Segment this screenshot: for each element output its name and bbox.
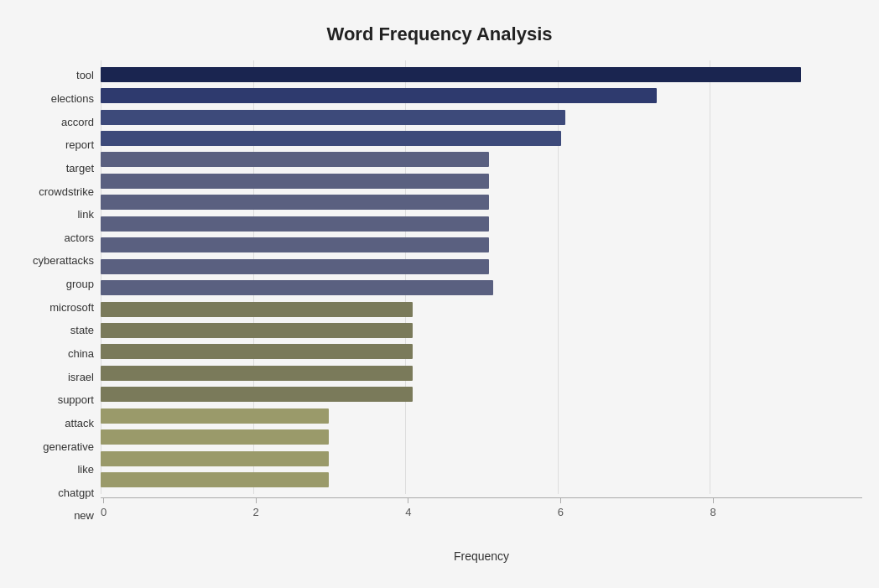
x-tick-label: 0	[101, 506, 107, 518]
y-label: cyberattacks	[33, 255, 94, 266]
x-tick-label: 8	[710, 506, 715, 518]
y-label: chatgpt	[58, 487, 94, 498]
bar-row	[101, 450, 862, 468]
bar-row	[101, 364, 862, 382]
chart-title: Word Frequency Analysis	[17, 17, 862, 45]
y-label: state	[70, 325, 94, 336]
bar-row	[101, 278, 862, 297]
bar-row	[101, 129, 862, 148]
bar-row	[101, 236, 862, 254]
bar-row	[101, 86, 862, 105]
x-tick-label: 6	[558, 506, 564, 518]
x-tick: 8	[710, 498, 715, 518]
y-label: actors	[65, 232, 94, 243]
y-label: report	[65, 139, 94, 150]
bar-row	[101, 407, 862, 425]
y-label: tool	[76, 70, 94, 81]
bar	[101, 237, 489, 252]
bar-row	[101, 300, 862, 319]
y-label: attack	[65, 418, 94, 429]
x-tick: 4	[405, 498, 411, 518]
bar	[101, 259, 489, 274]
x-tick-label: 2	[253, 506, 259, 518]
bar	[101, 472, 329, 487]
x-tick-line	[560, 498, 561, 503]
bar-row	[101, 471, 862, 489]
y-label: china	[68, 348, 94, 359]
bar-row	[101, 342, 862, 361]
bar	[101, 174, 489, 189]
bar	[101, 366, 413, 381]
bars-and-x: Frequency 02468	[101, 60, 862, 531]
y-label: new	[74, 510, 94, 521]
bar	[101, 408, 329, 424]
x-tick-line	[256, 498, 257, 503]
y-label: microsoft	[49, 302, 94, 313]
x-axis-title: Frequency	[454, 549, 509, 563]
bar	[101, 67, 801, 82]
y-label: crowdstrike	[39, 186, 94, 197]
y-axis: toolelectionsaccordreporttargetcrowdstri…	[17, 60, 101, 531]
bar	[101, 88, 657, 103]
bar-row	[101, 321, 862, 340]
bar-row	[101, 108, 862, 127]
y-label: support	[58, 394, 94, 405]
bar-row	[101, 385, 862, 403]
bar	[101, 323, 413, 338]
y-label: link	[77, 209, 94, 220]
x-tick-line	[408, 498, 408, 503]
bar	[101, 131, 561, 146]
x-tick: 0	[101, 498, 107, 518]
x-tick-label: 4	[405, 506, 411, 518]
x-axis: Frequency 02468	[101, 497, 862, 531]
y-label: group	[66, 278, 94, 289]
y-label: target	[66, 163, 94, 174]
bar-row	[101, 215, 862, 233]
bar-row	[101, 65, 862, 84]
bar	[101, 387, 413, 402]
bar-row	[101, 193, 862, 211]
y-label: like	[77, 464, 94, 475]
bar-row	[101, 258, 862, 276]
y-label: accord	[61, 117, 94, 127]
x-tick-line	[713, 498, 714, 503]
x-tick: 6	[558, 498, 564, 518]
bar-row	[101, 172, 862, 190]
bar	[101, 302, 413, 317]
bars-area	[101, 60, 862, 494]
bar-row	[101, 428, 862, 446]
bar	[101, 195, 489, 210]
x-tick-line	[103, 498, 104, 503]
y-label: elections	[51, 93, 94, 104]
bar	[101, 110, 565, 125]
y-label: israel	[68, 372, 94, 382]
x-tick: 2	[253, 498, 259, 518]
y-label: generative	[43, 441, 94, 452]
chart-area: toolelectionsaccordreporttargetcrowdstri…	[17, 60, 862, 531]
bar-row	[101, 150, 862, 169]
bar	[101, 451, 329, 466]
bar	[101, 152, 489, 167]
bar	[101, 429, 329, 445]
chart-container: Word Frequency Analysis toolelectionsacc…	[0, 0, 879, 588]
bar	[101, 280, 493, 295]
bar	[101, 216, 489, 232]
bar	[101, 344, 413, 359]
